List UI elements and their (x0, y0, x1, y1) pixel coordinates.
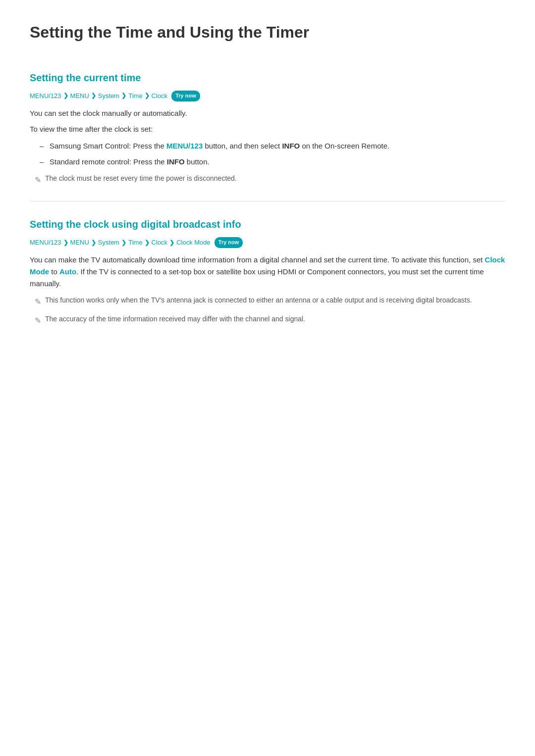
section1-note: ✎ The clock must be reset every time the… (30, 173, 505, 187)
bc2-item-system: System (98, 238, 119, 248)
section-digital-broadcast: Setting the clock using digital broadcas… (30, 216, 505, 327)
clock-mode-label: Clock Mode (30, 255, 505, 276)
auto-label: Auto (59, 267, 76, 276)
bullet2-text-after: button. (185, 157, 210, 166)
bc2-sep4: ❯ (145, 238, 150, 248)
bc2-item-clockmode: Clock Mode (176, 238, 211, 248)
breadcrumb-item-system: System (98, 91, 119, 101)
section1-bullet-list: Samsung Smart Control: Press the MENU/12… (40, 140, 505, 168)
section2-note-text-2: The accuracy of the time information rec… (45, 313, 305, 324)
section2-breadcrumb: MENU/123 ❯ MENU ❯ System ❯ Time ❯ Clock … (30, 237, 505, 248)
bullet1-highlight1: MENU/123 (166, 142, 203, 150)
breadcrumb-item-menu123: MENU/123 (30, 91, 61, 101)
section2-note-text-1: This function works only when the TV's a… (45, 295, 472, 305)
breadcrumb-item-menu: MENU (70, 91, 89, 101)
section2-note-2: ✎ The accuracy of the time information r… (30, 313, 505, 327)
breadcrumb-item-clock: Clock (152, 91, 168, 101)
bc2-sep3: ❯ (121, 238, 126, 248)
section2-note-1: ✎ This function works only when the TV's… (30, 295, 505, 308)
bullet-item-2: Standard remote control: Press the INFO … (40, 156, 505, 168)
breadcrumb-sep2: ❯ (91, 91, 96, 101)
pencil-icon-3: ✎ (35, 314, 41, 327)
section2-title: Setting the clock using digital broadcas… (30, 216, 505, 232)
section1-breadcrumb: MENU/123 ❯ MENU ❯ System ❯ Time ❯ Clock … (30, 91, 505, 101)
try-now-badge-1[interactable]: Try now (171, 91, 200, 101)
bullet1-text-after: on the On-screen Remote. (300, 142, 389, 150)
bc2-item-menu123: MENU/123 (30, 238, 61, 248)
section-current-time: Setting the current time MENU/123 ❯ MENU… (30, 70, 505, 186)
pencil-icon-1: ✎ (35, 174, 41, 187)
bc2-sep1: ❯ (63, 238, 68, 248)
bullet1-text-middle: button, and then select (203, 142, 282, 150)
section1-intro2: To view the time after the clock is set: (30, 123, 505, 135)
bullet2-highlight1: INFO (167, 157, 185, 166)
breadcrumb-item-time: Time (128, 91, 142, 101)
bc2-item-menu: MENU (70, 238, 89, 248)
section1-title: Setting the current time (30, 70, 505, 86)
page-title: Setting the Time and Using the Timer (30, 20, 505, 50)
try-now-badge-2[interactable]: Try now (214, 237, 243, 248)
bullet2-text-before: Standard remote control: Press the (50, 157, 167, 166)
section2-body: You can make the TV automatically downlo… (30, 254, 505, 290)
bc2-sep5: ❯ (169, 238, 174, 248)
section1-note-text: The clock must be reset every time the p… (45, 173, 237, 184)
breadcrumb-sep1: ❯ (63, 91, 68, 101)
bullet1-text-before: Samsung Smart Control: Press the (50, 142, 166, 150)
bullet1-highlight2: INFO (282, 142, 300, 150)
breadcrumb-sep3: ❯ (121, 91, 126, 101)
bc2-sep2: ❯ (91, 238, 96, 248)
pencil-icon-2: ✎ (35, 296, 41, 308)
breadcrumb-sep4: ❯ (145, 91, 150, 101)
bc2-item-time: Time (128, 238, 142, 248)
bullet-item-1: Samsung Smart Control: Press the MENU/12… (40, 140, 505, 152)
section1-intro1: You can set the clock manually or automa… (30, 107, 505, 119)
section-divider (30, 201, 505, 202)
bc2-item-clock: Clock (152, 238, 168, 248)
